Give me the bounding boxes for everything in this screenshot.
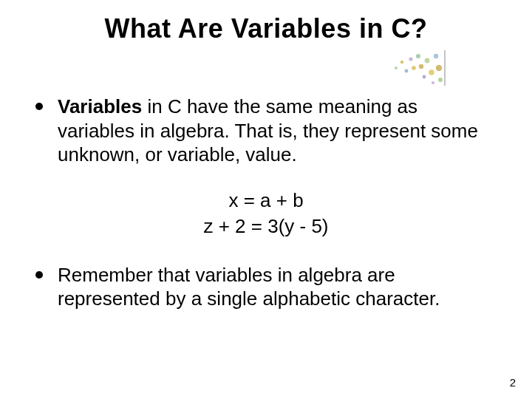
bullet-text: Variables in C have the same meaning as … [58,95,497,167]
slide-title: What Are Variables in C? [0,13,532,44]
equation-line: x = a + b [35,188,497,214]
bullet-item: Variables in C have the same meaning as … [35,95,497,167]
svg-point-5 [416,54,420,58]
svg-point-12 [438,78,443,82]
svg-point-1 [400,61,403,64]
bullet-text: Remember that variables in algebra are r… [58,263,497,311]
equation-line: z + 2 = 3(y - 5) [35,214,497,239]
svg-point-13 [432,81,434,84]
svg-point-8 [425,58,430,64]
svg-point-10 [434,54,438,58]
equation-block: x = a + b z + 2 = 3(y - 5) [35,188,497,239]
svg-point-7 [423,75,426,79]
bullet-item: Remember that variables in algebra are r… [35,263,497,311]
bullet-dot-icon [35,271,43,279]
slide-body: Variables in C have the same meaning as … [35,95,497,332]
bullet-dot-icon [35,103,43,110]
svg-point-3 [409,57,412,61]
svg-point-4 [412,66,416,70]
svg-point-6 [419,64,423,69]
svg-point-11 [436,65,442,71]
svg-point-2 [405,69,409,73]
bullet-bold: Variables [58,95,142,117]
decorative-dots-icon [389,46,448,87]
svg-point-0 [395,66,398,69]
svg-point-9 [429,69,434,75]
page-number: 2 [510,376,516,389]
slide: What Are Variables in C? Variables in C … [0,0,532,399]
bullet-rest: Remember that variables in algebra are r… [58,264,440,310]
